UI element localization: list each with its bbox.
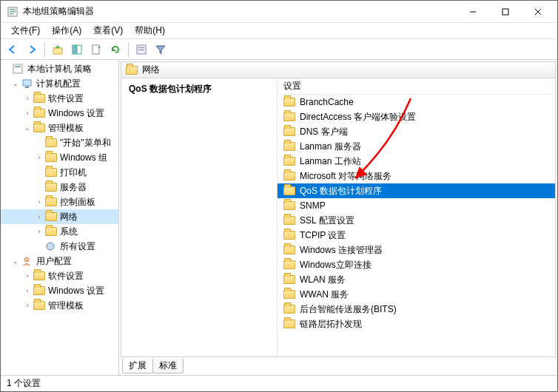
refresh-button[interactable] xyxy=(107,41,124,58)
expand-icon[interactable]: › xyxy=(35,153,44,162)
content-panel: 网络 QoS 数据包计划程序 设置 BranchCacheDirectAcces… xyxy=(121,61,556,357)
list-item-label: DNS 客户端 xyxy=(300,126,348,138)
folder-icon xyxy=(33,271,45,280)
menu-action[interactable]: 操作(A) xyxy=(46,23,87,38)
collapse-icon[interactable]: ⌄ xyxy=(11,257,20,266)
list-item[interactable]: DirectAccess 客户端体验设置 xyxy=(278,109,555,124)
tree-printer[interactable]: 打印机 xyxy=(1,165,118,180)
folder-icon xyxy=(45,138,57,147)
expand-icon[interactable]: › xyxy=(23,271,32,280)
folder-icon xyxy=(33,94,45,103)
list-item[interactable]: Lanman 工作站 xyxy=(278,154,555,169)
tree-user-config[interactable]: ⌄用户配置 xyxy=(1,254,118,268)
maximize-button[interactable] xyxy=(489,1,522,22)
tab-standard[interactable]: 标准 xyxy=(152,359,184,374)
expand-icon[interactable]: › xyxy=(23,286,32,295)
tree-windows-settings[interactable]: ›Windows 设置 xyxy=(1,106,118,121)
expand-icon[interactable]: › xyxy=(35,227,44,236)
export-button[interactable] xyxy=(87,41,105,58)
tree-windows-components[interactable]: ›Windows 组 xyxy=(1,150,118,165)
up-button[interactable] xyxy=(49,41,67,58)
list-item[interactable]: TCPIP 设置 xyxy=(278,228,555,243)
expand-icon[interactable] xyxy=(2,64,11,73)
tree-panel[interactable]: 本地计算机 策略 ⌄ 计算机配置 ›软件设置 ›Windows 设置 ⌄管理模板… xyxy=(1,60,119,375)
settings-list[interactable]: BranchCacheDirectAccess 客户端体验设置DNS 客户端La… xyxy=(278,95,555,356)
tree-computer-config[interactable]: ⌄ 计算机配置 xyxy=(1,76,118,91)
tree-server[interactable]: 服务器 xyxy=(1,180,118,195)
tree-control-panel[interactable]: ›控制面板 xyxy=(1,195,118,209)
folder-icon xyxy=(45,212,57,221)
titlebar: 本地组策略编辑器 xyxy=(1,1,557,23)
tree-user-windows[interactable]: ›Windows 设置 xyxy=(1,283,118,298)
filter-button[interactable] xyxy=(152,41,169,58)
list-item[interactable]: SSL 配置设置 xyxy=(278,213,555,228)
tree-root[interactable]: 本地计算机 策略 xyxy=(1,61,118,76)
tree-admin-templates[interactable]: ⌄管理模板 xyxy=(1,121,118,135)
tree-all-settings[interactable]: 所有设置 xyxy=(1,239,118,254)
minimize-button[interactable] xyxy=(457,1,489,22)
show-hide-tree-button[interactable] xyxy=(68,41,86,58)
collapse-icon[interactable]: ⌄ xyxy=(23,124,32,132)
tree-software-settings[interactable]: ›软件设置 xyxy=(1,91,118,106)
toolbar-separator xyxy=(128,42,129,57)
menu-view[interactable]: 查看(V) xyxy=(87,23,129,38)
statusbar: 1 个设置 xyxy=(1,375,557,391)
list-item[interactable]: QoS 数据包计划程序 xyxy=(278,183,555,198)
folder-icon xyxy=(283,320,295,328)
folder-icon xyxy=(45,153,57,162)
folder-icon xyxy=(45,197,57,206)
list-item-label: 后台智能传送服务(BITS) xyxy=(300,303,397,316)
menu-file[interactable]: 文件(F) xyxy=(5,23,46,38)
expand-icon[interactable]: › xyxy=(35,197,44,206)
folder-icon xyxy=(283,305,295,314)
collapse-icon[interactable]: ⌄ xyxy=(11,79,20,88)
folder-icon xyxy=(283,186,295,195)
expand-icon[interactable]: › xyxy=(35,212,44,221)
list-item[interactable]: 链路层拓扑发现 xyxy=(278,317,555,331)
content-title: 网络 xyxy=(142,64,160,76)
folder-icon xyxy=(283,231,295,240)
folder-icon xyxy=(283,172,295,180)
list-item[interactable]: DNS 客户端 xyxy=(278,124,555,139)
folder-icon xyxy=(33,286,45,295)
selection-info: QoS 数据包计划程序 xyxy=(121,78,277,356)
close-button[interactable] xyxy=(522,1,554,22)
folder-icon xyxy=(283,201,295,210)
expand-icon[interactable]: › xyxy=(23,94,32,103)
list-item[interactable]: WWAN 服务 xyxy=(278,287,555,302)
list-item[interactable]: Windows立即连接 xyxy=(278,257,555,272)
tab-extended[interactable]: 扩展 xyxy=(122,359,153,374)
back-button[interactable] xyxy=(4,41,21,58)
list-item-label: Lanman 工作站 xyxy=(300,155,361,168)
user-icon xyxy=(21,256,33,266)
settings-header[interactable]: 设置 xyxy=(278,78,555,95)
tree-user-software[interactable]: ›软件设置 xyxy=(1,268,118,283)
list-item-label: 链路层拓扑发现 xyxy=(300,318,362,331)
svg-rect-10 xyxy=(77,45,81,54)
properties-button[interactable] xyxy=(132,41,150,58)
tree-user-admin[interactable]: ›管理模板 xyxy=(1,298,118,313)
forward-button[interactable] xyxy=(23,41,41,58)
list-item-label: BranchCache xyxy=(300,97,354,107)
list-item[interactable]: BranchCache xyxy=(278,95,555,109)
list-item[interactable]: WLAN 服务 xyxy=(278,272,555,287)
folder-icon xyxy=(283,275,295,284)
content-header: 网络 xyxy=(121,62,555,78)
list-item[interactable]: SNMP xyxy=(278,198,555,213)
list-item[interactable]: Microsoft 对等网络服务 xyxy=(278,169,555,183)
folder-icon xyxy=(283,98,295,107)
list-item[interactable]: Lanman 服务器 xyxy=(278,139,555,154)
tree-system[interactable]: ›系统 xyxy=(1,224,118,239)
svg-rect-11 xyxy=(93,45,99,54)
tree-network[interactable]: ›网络 xyxy=(1,209,118,224)
list-item[interactable]: Windows 连接管理器 xyxy=(278,243,555,257)
selection-name: QoS 数据包计划程序 xyxy=(129,83,269,95)
status-text: 1 个设置 xyxy=(7,377,41,390)
list-item-label: Microsoft 对等网络服务 xyxy=(300,170,391,183)
toolbar-separator xyxy=(44,42,45,57)
menu-help[interactable]: 帮助(H) xyxy=(129,23,171,38)
expand-icon[interactable]: › xyxy=(23,109,32,118)
expand-icon[interactable]: › xyxy=(23,301,32,310)
list-item[interactable]: 后台智能传送服务(BITS) xyxy=(278,302,555,317)
tree-start-menu[interactable]: "开始"菜单和 xyxy=(1,135,118,150)
